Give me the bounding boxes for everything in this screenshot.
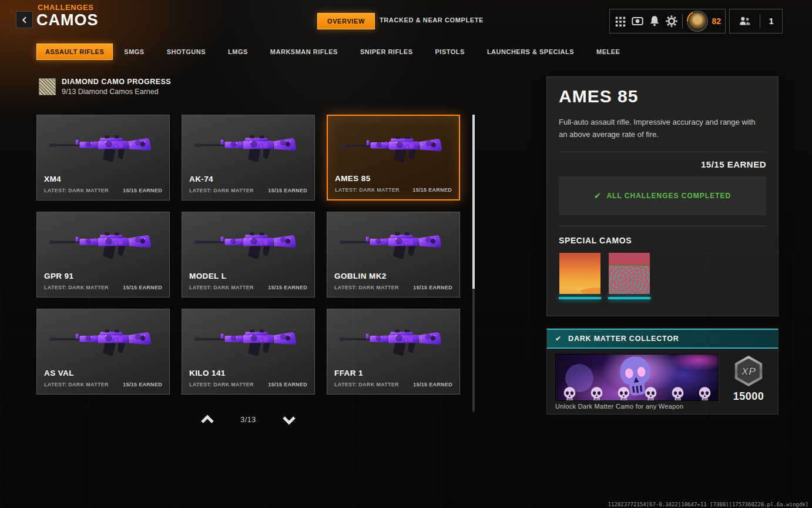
diamond-progress-subtitle: 9/13 Diamond Camos Earned bbox=[62, 88, 171, 96]
tab-assault-rifles[interactable]: ASSAULT RIFLES bbox=[36, 44, 113, 60]
tab-smgs[interactable]: SMGS bbox=[113, 44, 155, 59]
grid-scrollbar-thumb[interactable] bbox=[472, 115, 475, 289]
tab-shotguns[interactable]: SHOTGUNS bbox=[156, 44, 217, 59]
special-camo-unlocked-bar bbox=[559, 297, 601, 299]
weapon-earned-count: 15/15 EARNED bbox=[268, 188, 307, 193]
challenges-eyebrow: CHALLENGES bbox=[38, 3, 94, 12]
special-camo-sunset[interactable] bbox=[559, 252, 601, 299]
weapon-name: XM4 bbox=[44, 175, 61, 183]
weapon-image bbox=[48, 125, 159, 171]
weapon-name: AS VAL bbox=[44, 369, 74, 377]
weapon-latest-camo: LATEST: DARK MATTER bbox=[189, 382, 254, 387]
special-camo-floral-image bbox=[608, 252, 650, 295]
tab-launchers-specials[interactable]: LAUNCHERS & SPECIALS bbox=[476, 44, 585, 59]
mini-skull-icon bbox=[670, 386, 685, 401]
special-camo-floral[interactable] bbox=[608, 252, 650, 299]
party-divider bbox=[760, 14, 760, 28]
weapon-image bbox=[338, 319, 449, 365]
weapon-detail-panel: AMES 85 Full-auto assault rifle. Impress… bbox=[546, 76, 779, 316]
xp-hex-label: XP bbox=[741, 365, 756, 377]
dark-matter-collector-card[interactable]: ✔ DARK MATTER COLLECTOR bbox=[546, 328, 779, 415]
capture-icon[interactable] bbox=[631, 15, 644, 28]
weapon-card-ames85-selected[interactable]: AMES 85 LATEST: DARK MATTER15/15 EARNED bbox=[327, 115, 460, 200]
weapon-earned-count: 15/15 EARNED bbox=[268, 285, 307, 290]
build-debug-text: 112023772154[67-0.3422]10647+11 [7300][1… bbox=[608, 502, 808, 507]
weapon-card-ffar1[interactable]: FFAR 1 LATEST: DARK MATTER15/15 EARNED bbox=[327, 309, 460, 395]
weapon-name: GPR 91 bbox=[44, 272, 73, 280]
collector-reward: XP 15000 bbox=[719, 354, 778, 403]
weapon-image bbox=[48, 222, 159, 268]
tab-overview[interactable]: OVERVIEW bbox=[317, 13, 375, 29]
back-button[interactable] bbox=[16, 11, 33, 28]
dark-matter-calling-card bbox=[555, 354, 719, 401]
notifications-bell-icon[interactable] bbox=[648, 15, 661, 28]
page-title: CAMOS bbox=[36, 11, 99, 29]
party-count: 1 bbox=[769, 16, 774, 26]
weapon-card-modell[interactable]: MODEL L LATEST: DARK MATTER15/15 EARNED bbox=[182, 212, 315, 298]
challenges-completed-box: ✔ ALL CHALLENGES COMPLETED bbox=[559, 176, 766, 215]
weapon-card-kilo141[interactable]: KILO 141 LATEST: DARK MATTER15/15 EARNED bbox=[182, 309, 315, 395]
settings-gear-icon[interactable] bbox=[665, 15, 678, 28]
weapon-card-goblinmk2[interactable]: GOBLIN MK2 LATEST: DARK MATTER15/15 EARN… bbox=[327, 212, 460, 298]
weapon-latest-camo: LATEST: DARK MATTER bbox=[44, 285, 109, 290]
special-camos-row bbox=[559, 252, 766, 299]
diamond-camo-swatch-icon bbox=[39, 78, 56, 95]
detail-earned-count: 15/15 EARNED bbox=[559, 159, 766, 169]
grid-pager: 3/13 bbox=[200, 413, 297, 426]
player-emblem[interactable] bbox=[687, 11, 708, 32]
hud-icon-cluster: 82 bbox=[609, 9, 726, 34]
weapon-image bbox=[48, 319, 159, 365]
diamond-progress: DIAMOND CAMO PROGRESS 9/13 Diamond Camos… bbox=[39, 78, 171, 96]
weapon-name: FFAR 1 bbox=[334, 369, 363, 377]
weapon-image bbox=[193, 222, 304, 268]
weapon-earned-count: 15/15 EARNED bbox=[123, 382, 162, 387]
mini-skull-icon bbox=[643, 386, 658, 401]
grid-scrollbar[interactable] bbox=[472, 115, 475, 412]
mini-skull-icon bbox=[616, 386, 631, 401]
weapon-name: AK-74 bbox=[189, 175, 213, 183]
weapon-card-xm4[interactable]: XM4 LATEST: DARK MATTER15/15 EARNED bbox=[36, 115, 170, 200]
mini-skull-icon bbox=[562, 386, 577, 401]
mini-skull-icon bbox=[589, 386, 604, 401]
special-camo-sunset-image bbox=[559, 252, 601, 295]
weapon-earned-count: 15/15 EARNED bbox=[123, 285, 162, 290]
page-up-button[interactable] bbox=[200, 413, 215, 426]
weapon-name: KILO 141 bbox=[189, 369, 226, 377]
weapon-earned-count: 15/15 EARNED bbox=[268, 382, 307, 387]
challenges-completed-label: ALL CHALLENGES COMPLETED bbox=[606, 192, 731, 200]
special-camo-unlocked-bar bbox=[608, 297, 650, 299]
weapon-card-gpr91[interactable]: GPR 91 LATEST: DARK MATTER15/15 EARNED bbox=[36, 212, 170, 298]
weapon-name: GOBLIN MK2 bbox=[334, 272, 387, 280]
collector-body: XP 15000 bbox=[547, 349, 778, 403]
detail-weapon-description: Full-auto assault rifle. Impressive accu… bbox=[559, 116, 766, 141]
weapon-latest-camo: LATEST: DARK MATTER bbox=[334, 382, 399, 387]
tab-melee[interactable]: MELEE bbox=[585, 44, 631, 59]
weapon-latest-camo: LATEST: DARK MATTER bbox=[189, 285, 254, 290]
tab-marksman-rifles[interactable]: MARKSMAN RIFLES bbox=[259, 44, 349, 59]
collector-caption: Unlock Dark Matter Camo for any Weapon bbox=[555, 403, 683, 410]
social-party-icon bbox=[739, 15, 751, 28]
detail-weapon-title: AMES 85 bbox=[559, 86, 766, 106]
weapon-latest-camo: LATEST: DARK MATTER bbox=[189, 188, 254, 193]
tab-sniper-rifles[interactable]: SNIPER RIFLES bbox=[349, 44, 424, 59]
weapon-card-ak74[interactable]: AK-74 LATEST: DARK MATTER15/15 EARNED bbox=[182, 115, 315, 200]
tab-lmgs[interactable]: LMGS bbox=[217, 44, 259, 59]
weapon-latest-camo: LATEST: DARK MATTER bbox=[44, 382, 109, 387]
diamond-progress-title: DIAMOND CAMO PROGRESS bbox=[62, 78, 171, 86]
tab-tracked-near-complete[interactable]: TRACKED & NEAR COMPLETE bbox=[380, 16, 484, 24]
weapon-latest-camo: LATEST: DARK MATTER bbox=[334, 285, 399, 290]
apps-grid-icon[interactable] bbox=[614, 15, 627, 28]
weapon-class-tabs: ASSAULT RIFLES SMGS SHOTGUNS LMGS MARKSM… bbox=[36, 44, 631, 60]
weapon-image bbox=[338, 125, 450, 171]
weapon-card-asval[interactable]: AS VAL LATEST: DARK MATTER15/15 EARNED bbox=[36, 309, 170, 395]
weapon-earned-count: 15/15 EARNED bbox=[413, 382, 452, 387]
weapon-earned-count: 15/15 EARNED bbox=[413, 285, 452, 290]
party-widget[interactable]: 1 bbox=[729, 9, 783, 34]
hud-divider bbox=[682, 14, 683, 28]
weapon-earned-count: 15/15 EARNED bbox=[123, 188, 162, 193]
page-down-button[interactable] bbox=[281, 413, 297, 426]
collector-title: DARK MATTER COLLECTOR bbox=[568, 335, 679, 343]
camos-screen: CHALLENGES CAMOS OVERVIEW TRACKED & NEAR… bbox=[0, 0, 812, 508]
weapon-name: AMES 85 bbox=[335, 174, 371, 183]
tab-pistols[interactable]: PISTOLS bbox=[424, 44, 476, 59]
